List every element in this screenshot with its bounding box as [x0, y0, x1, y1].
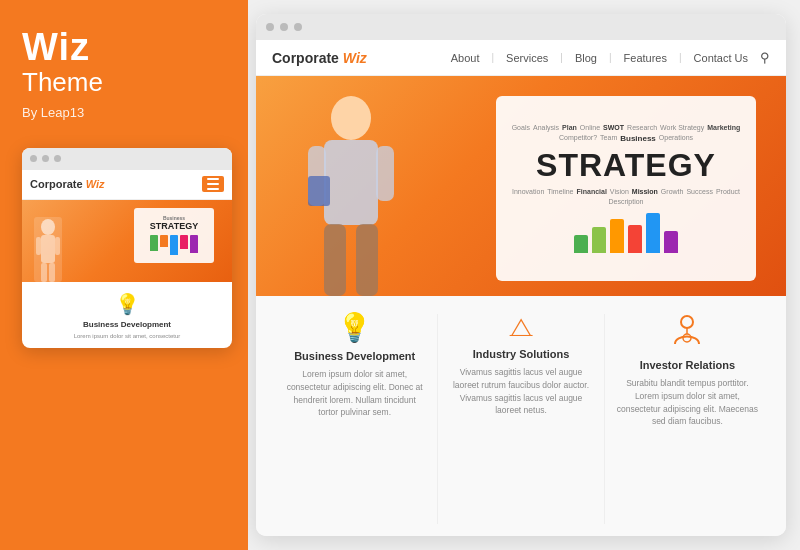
hero-person-svg: [296, 96, 406, 296]
board-word-plan: Plan: [562, 124, 577, 131]
big-nav-links: About | Services | Blog | Features | Con…: [451, 50, 770, 65]
svg-rect-3: [49, 263, 55, 282]
board-word-description: Description: [608, 198, 643, 205]
board-word-team: Team: [600, 134, 617, 143]
feature-title-2: Industry Solutions: [473, 348, 570, 360]
mini-person-svg: [34, 217, 62, 282]
bar-2: [592, 227, 606, 253]
big-features-section: 💡 Business Development Lorem ipsum dolor…: [256, 296, 786, 536]
big-logo: Corporate Wiz: [272, 50, 367, 66]
menu-line-2: [207, 183, 219, 185]
feature-title-3: Investor Relations: [640, 359, 735, 371]
board-words-top: Goals Analysis Plan Online SWOT Research…: [506, 124, 746, 143]
board-word-innovation: Innovation: [512, 188, 544, 195]
nav-sep-2: |: [560, 52, 563, 63]
board-word-workstrategy: Work Strategy: [660, 124, 704, 131]
board-word-mission: Mission: [632, 188, 658, 195]
left-panel: Wiz Theme By Leap13 Corporate Wiz: [0, 0, 248, 550]
grid-icon: ⧍: [509, 314, 533, 340]
nav-sep-4: |: [679, 52, 682, 63]
menu-line-3: [207, 188, 219, 190]
right-panel: Corporate Wiz About | Services | Blog | …: [248, 0, 800, 550]
mini-bulb-icon: 💡: [115, 292, 140, 316]
mini-hero-board: Business STRATEGY: [134, 208, 214, 263]
big-hero-person: [286, 86, 416, 296]
board-word-business: Business: [620, 134, 656, 143]
bar-4: [628, 225, 642, 253]
bar-5: [646, 213, 660, 253]
nav-link-about[interactable]: About: [451, 52, 480, 64]
app-title: Wiz: [22, 28, 90, 66]
mini-logo: Corporate Wiz: [30, 178, 104, 190]
big-browser-bar: [256, 14, 786, 40]
svg-rect-11: [356, 224, 378, 296]
search-icon[interactable]: ⚲: [760, 50, 770, 65]
svg-point-6: [331, 96, 371, 140]
menu-line-1: [207, 178, 219, 180]
nav-link-features[interactable]: Features: [624, 52, 667, 64]
board-word-competitor: Competitor?: [559, 134, 597, 143]
board-word-success: Success: [686, 188, 712, 195]
board-word-online: Online: [580, 124, 600, 131]
mini-browser-bar: [22, 148, 232, 170]
svg-rect-10: [324, 224, 346, 296]
svg-rect-9: [376, 146, 394, 201]
mini-browser-mockup: Corporate Wiz: [22, 148, 232, 348]
svg-rect-1: [41, 235, 55, 263]
svg-rect-4: [36, 237, 41, 255]
feature-title-1: Business Development: [294, 350, 415, 362]
nav-link-blog[interactable]: Blog: [575, 52, 597, 64]
investor-icon-svg: [673, 314, 701, 346]
mini-dot-3: [54, 155, 61, 162]
svg-rect-7: [324, 140, 378, 225]
nav-link-contact[interactable]: Contact Us: [694, 52, 748, 64]
board-word-marketing: Marketing: [707, 124, 740, 131]
app-subtitle: Theme: [22, 68, 103, 97]
feature-text-1: Lorem ipsum dolor sit amet, consectetur …: [284, 368, 425, 419]
mini-strategy-text: Business STRATEGY: [150, 215, 198, 255]
big-dot-2: [280, 23, 288, 31]
board-word-analysis: Analysis: [533, 124, 559, 131]
board-word-research: Research: [627, 124, 657, 131]
board-word-financial: Financial: [577, 188, 607, 195]
feature-text-3: Surabitu blandit tempus porttitor. Lorem…: [617, 377, 758, 428]
bar-1: [574, 235, 588, 253]
feature-col-2: ⧍ Industry Solutions Vivamus sagittis la…: [438, 314, 604, 524]
mini-hero-person-shape: [34, 217, 62, 282]
feature-text-2: Vivamus sagittis lacus vel augue laoreet…: [450, 366, 591, 417]
nav-sep-3: |: [609, 52, 612, 63]
nav-link-services[interactable]: Services: [506, 52, 548, 64]
svg-rect-12: [308, 176, 330, 206]
mini-menu-button[interactable]: [202, 176, 224, 192]
big-nav: Corporate Wiz About | Services | Blog | …: [256, 40, 786, 76]
big-dot-1: [266, 23, 274, 31]
mini-feature-title: Business Development: [83, 320, 171, 329]
big-dot-3: [294, 23, 302, 31]
board-word-goals: Goals: [512, 124, 530, 131]
bar-3: [610, 219, 624, 253]
feature-col-1: 💡 Business Development Lorem ipsum dolor…: [272, 314, 438, 524]
mini-hero: Business STRATEGY: [22, 200, 232, 282]
mini-logo-wiz: Wiz: [86, 178, 105, 190]
board-word-timeline: Timeline: [547, 188, 573, 195]
mini-feature-text: Lorem ipsum dolor sit amet, consectetur: [74, 332, 181, 340]
board-bar-chart: [574, 213, 678, 253]
bulb-icon: 💡: [337, 314, 372, 342]
app-byline: By Leap13: [22, 105, 84, 120]
nav-sep-1: |: [492, 52, 495, 63]
svg-rect-2: [41, 263, 47, 282]
svg-point-14: [683, 334, 691, 342]
board-word-vision: Vision: [610, 188, 629, 195]
svg-point-0: [41, 219, 55, 235]
bar-6: [664, 231, 678, 253]
board-strategy-text: STRATEGY: [536, 147, 716, 184]
board-word-growth: Growth: [661, 188, 684, 195]
big-hero-board: Goals Analysis Plan Online SWOT Research…: [496, 96, 756, 281]
board-word-operations: Operations: [659, 134, 693, 143]
mini-nav: Corporate Wiz: [22, 170, 232, 200]
feature-col-3: Investor Relations Surabitu blandit temp…: [605, 314, 770, 524]
board-word-product: Product: [716, 188, 740, 195]
person-icon: [673, 314, 701, 351]
big-browser-mockup: Corporate Wiz About | Services | Blog | …: [256, 14, 786, 536]
mini-dot-2: [42, 155, 49, 162]
